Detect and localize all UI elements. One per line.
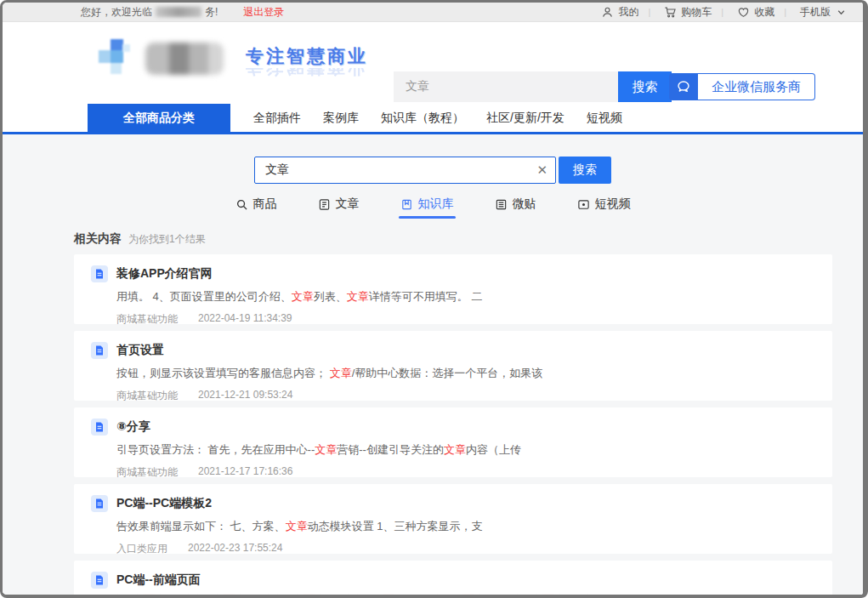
chevron-down-icon [835, 6, 848, 19]
topbar-link-favorites[interactable]: 收藏 [712, 5, 774, 20]
highlighted-keyword: 文章 [292, 290, 314, 303]
result-meta: 入口类应用 2022-02-23 17:55:24 [116, 542, 815, 554]
result-category: 入口类应用 [116, 542, 167, 554]
result-meta: 商城基础功能 2021-12-21 09:53:24 [116, 389, 815, 401]
topbar-link-label: 购物车 [681, 5, 712, 20]
user-icon [601, 6, 614, 19]
tab-label: 文章 [336, 196, 360, 212]
topbar-link-label: 我的 [618, 5, 638, 20]
result-description: 按钮，则显示该设置填写的客服信息内容； 文章/帮助中心数据：选择一个平台，如果该 [116, 366, 815, 381]
result-title[interactable]: PC端--PC端模板2 [116, 496, 212, 511]
header-search-button[interactable]: 搜索 [618, 71, 672, 102]
result-category: 商城基础功能 [116, 389, 178, 401]
topbar-link-cart[interactable]: 购物车 [638, 5, 712, 20]
logout-link[interactable]: 退出登录 [243, 5, 284, 20]
video-icon [577, 198, 590, 211]
search-icon [235, 198, 248, 211]
description-text: 列表、 [314, 290, 347, 303]
slogan-reflection: 专注智慧商业 [246, 68, 368, 79]
result-category: 商城基础功能 [116, 465, 178, 477]
result-description: 引导页设置方法： 首先，先在应用中心--文章营销--创建引导关注的文章内容（上传 [116, 442, 815, 458]
result-datetime: 2021-12-17 17:16:36 [198, 465, 292, 477]
tab-micro-post[interactable]: 微贴 [493, 191, 538, 219]
site-logo[interactable]: 专注智慧商业 专注智慧商业 [98, 37, 368, 79]
blurred-logo-text [145, 43, 224, 75]
topbar-link-my-account[interactable]: 我的 [601, 5, 638, 20]
highlighted-keyword: 文章 [330, 367, 352, 379]
main-content: ✕ 搜索 商品 文章 知识库 微贴 短视频 相关内容 为你找到1个结果 [3, 134, 863, 595]
greeting-text: 您好，欢迎光临 务! [81, 5, 218, 20]
slogan-text: 专注智慧商业 [246, 44, 368, 68]
clear-search-icon[interactable]: ✕ [536, 162, 547, 179]
results-list: 装修APP介绍官网 用填。 4、页面设置里的公司介绍、文章列表、文章详情等可不用… [74, 254, 832, 595]
result-card[interactable]: PC端--前端页面 [74, 561, 832, 595]
cart-icon [664, 6, 677, 19]
tab-label: 短视频 [595, 196, 631, 212]
result-card[interactable]: 首页设置 按钮，则显示该设置填写的客服信息内容； 文章/帮助中心数据：选择一个平… [74, 331, 832, 401]
description-text: 按钮，则显示该设置填写的客服信息内容； [116, 367, 330, 379]
search-input-wrap: ✕ [254, 157, 556, 184]
result-datetime: 2022-04-19 11:34:39 [198, 312, 292, 324]
nav-item-case-library[interactable]: 案例库 [312, 104, 370, 132]
section-title: 相关内容 [74, 231, 122, 247]
logo-cross-icon [98, 37, 137, 77]
tab-label: 商品 [253, 196, 277, 212]
blurred-username [156, 7, 201, 17]
result-description: 用填。 4、页面设置里的公司介绍、文章列表、文章详情等可不用填写。 二 [116, 289, 815, 305]
tab-knowledge[interactable]: 知识库 [399, 191, 456, 219]
result-title[interactable]: 首页设置 [116, 343, 164, 358]
document-icon [91, 342, 108, 359]
tab-article[interactable]: 文章 [316, 191, 361, 219]
search-panel: ✕ 搜索 [3, 157, 863, 184]
document-icon [91, 572, 108, 589]
result-title[interactable]: 装修APP介绍官网 [116, 266, 213, 282]
nav-item-all-plugins[interactable]: 全部插件 [242, 104, 312, 132]
highlighted-keyword: 文章 [286, 520, 308, 533]
result-card[interactable]: ⑧分享 引导页设置方法： 首先，先在应用中心--文章营销--创建引导关注的文章内… [74, 407, 832, 477]
highlighted-keyword: 文章 [347, 290, 369, 303]
wecom-chat-icon [669, 73, 698, 100]
tab-label: 微贴 [513, 196, 536, 212]
tab-short-video[interactable]: 短视频 [576, 191, 633, 219]
result-title[interactable]: PC端--前端页面 [116, 572, 201, 588]
greeting-suffix: 务! [205, 5, 218, 20]
result-title[interactable]: ⑧分享 [116, 419, 150, 435]
highlighted-keyword: 文章 [444, 443, 466, 456]
article-icon [318, 198, 331, 211]
topbar-link-mobile-version[interactable]: 手机版 [774, 5, 848, 20]
document-icon [91, 419, 108, 436]
result-meta: 商城基础功能 2021-12-17 17:16:36 [116, 465, 815, 477]
wecom-service-button[interactable]: 企业微信服务商 [698, 73, 815, 100]
post-icon [495, 198, 508, 211]
section-subtitle: 为你找到1个结果 [128, 232, 206, 247]
topbar-link-label: 手机版 [800, 5, 831, 20]
highlighted-keyword: 文章 [315, 443, 337, 456]
nav-item-all-categories[interactable]: 全部商品分类 [88, 104, 230, 132]
section-head: 相关内容 为你找到1个结果 [74, 231, 863, 247]
result-card[interactable]: PC端--PC端模板2 告效果前端显示如下： 七、方案、文章动态模块设置 1、三… [74, 484, 832, 554]
result-card[interactable]: 装修APP介绍官网 用填。 4、页面设置里的公司介绍、文章列表、文章详情等可不用… [74, 254, 832, 324]
heart-icon [737, 6, 750, 19]
header-search-input[interactable] [394, 71, 618, 102]
tab-label: 知识库 [418, 196, 454, 212]
document-icon [91, 265, 108, 282]
search-input[interactable] [254, 157, 556, 184]
result-datetime: 2021-12-21 09:53:24 [198, 389, 292, 401]
search-button[interactable]: 搜索 [559, 157, 611, 184]
result-description: 告效果前端显示如下： 七、方案、文章动态模块设置 1、三种方案显示，支 [116, 519, 815, 534]
browser-window: 您好，欢迎光临 务! 退出登录 我的 购物车 收藏 手机版 专注智慧商业 专注智… [0, 0, 868, 598]
topbar-link-label: 收藏 [754, 5, 774, 20]
tab-goods[interactable]: 商品 [234, 191, 279, 219]
wecom-service-block[interactable]: 企业微信服务商 [669, 73, 815, 100]
description-text: 动态模块设置 1、三种方案显示，支 [308, 520, 483, 533]
topbar-links: 我的 购物车 收藏 手机版 [601, 5, 848, 20]
description-text: 告效果前端显示如下： 七、方案、 [116, 520, 286, 533]
main-nav: 全部商品分类全部插件案例库知识库（教程）社区/更新/开发短视频 [3, 104, 863, 132]
result-meta: 商城基础功能 2022-04-19 11:34:39 [116, 312, 815, 324]
nav-item-knowledge-tutorials[interactable]: 知识库（教程） [370, 104, 475, 132]
nav-item-community-update-dev[interactable]: 社区/更新/开发 [475, 104, 576, 132]
nav-item-short-video[interactable]: 短视频 [576, 104, 633, 132]
result-datetime: 2022-02-23 17:55:24 [188, 542, 282, 554]
description-text: 营销--创建引导关注的 [337, 443, 444, 456]
header-search: 搜索 [394, 71, 672, 102]
